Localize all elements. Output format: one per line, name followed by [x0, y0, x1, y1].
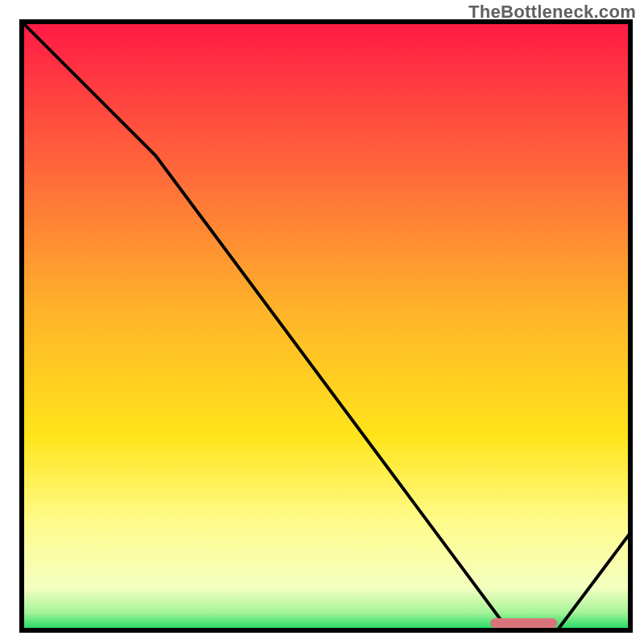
chart-container: TheBottleneck.com [0, 0, 644, 644]
bottleneck-chart [0, 0, 644, 644]
optimal-marker [490, 618, 557, 628]
